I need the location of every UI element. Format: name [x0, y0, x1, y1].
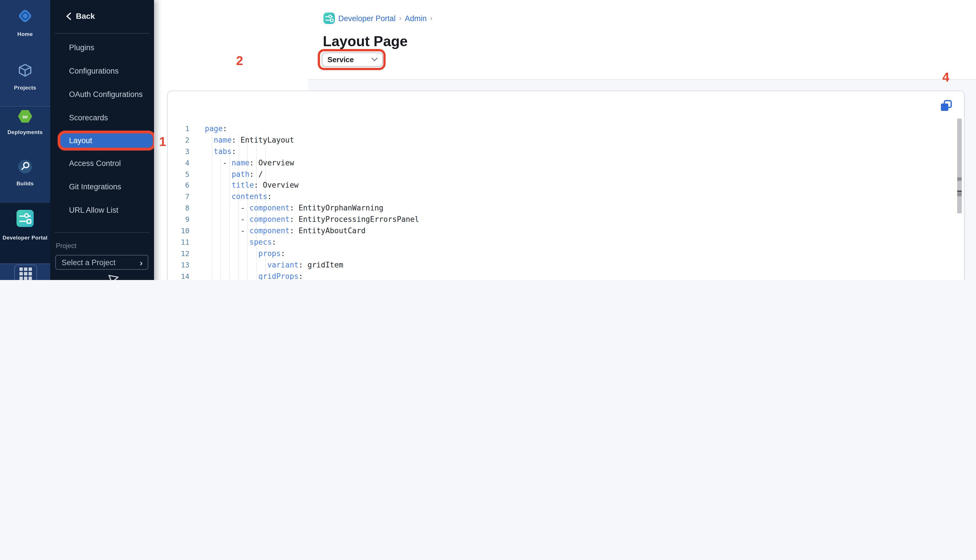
scrollbar-thumb[interactable]	[957, 118, 962, 213]
magnifier-circle-icon[interactable]	[17, 158, 33, 177]
page-title: Layout Page	[323, 33, 407, 50]
rail-item-home[interactable]: Home	[0, 31, 50, 37]
code-line: 1page:	[176, 123, 956, 135]
sidebar-item-configurations[interactable]: Configurations	[69, 67, 118, 75]
infinity-hexagon-icon[interactable]: ∞	[18, 110, 33, 123]
entity-type-select[interactable]: Service	[322, 52, 383, 67]
code-line: 12 props:	[176, 248, 956, 260]
doodle-arrow-icon	[107, 274, 136, 280]
sidebar-item-oauth-configurations[interactable]: OAuth Configurations	[69, 90, 143, 99]
code-line: 11 specs:	[176, 237, 956, 248]
rail-item-deployments[interactable]: Deployments	[0, 129, 50, 135]
select-project-button[interactable]: Select a Project ›	[55, 255, 148, 270]
developer-portal-icon	[324, 13, 335, 24]
code-line: 14 gridProps:	[176, 271, 956, 280]
main-content: Developer Portal › Admin › Layout Page S…	[154, 0, 976, 280]
home-icon[interactable]	[17, 8, 33, 26]
yaml-editor-panel[interactable]: 1page:2 name: EntityLayout3 tabs:4 - nam…	[167, 91, 964, 280]
sidebar-item-url-allow-list[interactable]: URL Allow List	[69, 206, 118, 214]
back-button[interactable]: Back	[66, 12, 95, 20]
code-line: 5 path: /	[176, 168, 956, 180]
chevron-right-icon: ›	[140, 257, 143, 267]
code-line: 6 title: Overview	[176, 180, 956, 191]
module-rail: Home Projects ∞ Deployments Builds	[0, 0, 50, 280]
back-label: Back	[76, 12, 95, 20]
rail-item-developer-portal[interactable]: Developer Portal	[0, 234, 50, 241]
copy-button[interactable]	[940, 100, 954, 113]
scrollbar-marker	[957, 177, 962, 181]
code-line: 8 - component: EntityOrphanWarning	[176, 202, 956, 214]
code-line: 2 name: EntityLayout	[176, 135, 956, 146]
sidebar-item-access-control[interactable]: Access Control	[69, 159, 121, 168]
scrollbar-marker	[957, 192, 962, 196]
divider	[55, 33, 149, 33]
admin-sidebar: Back Plugins Configurations OAuth Config…	[50, 0, 154, 280]
code-line: 13 variant: gridItem	[176, 259, 956, 271]
sidebar-item-plugins[interactable]: Plugins	[69, 43, 94, 52]
copy-icon	[940, 100, 953, 112]
sliders-icon[interactable]	[17, 210, 33, 227]
vertical-scrollbar[interactable]	[957, 91, 962, 280]
app-root: Home Projects ∞ Deployments Builds	[0, 0, 976, 280]
code-lines: 1page:2 name: EntityLayout3 tabs:4 - nam…	[176, 123, 956, 280]
breadcrumb-admin[interactable]: Admin	[405, 14, 427, 23]
rail-item-projects[interactable]: Projects	[0, 84, 50, 91]
grid-icon	[19, 267, 32, 280]
divider	[55, 232, 149, 233]
breadcrumb-separator: ›	[399, 14, 401, 22]
module-picker-button[interactable]	[14, 265, 37, 280]
breadcrumb: Developer Portal › Admin ›	[324, 13, 432, 24]
annotation-ring-1	[58, 131, 154, 150]
code-line: 7 contents:	[176, 191, 956, 203]
sidebar-item-scorecards[interactable]: Scorecards	[69, 113, 108, 122]
scrollbar-marker	[957, 190, 962, 192]
code-line: 10 - component: EntityAboutCard	[176, 225, 956, 237]
code-line: 3 tabs:	[176, 146, 956, 157]
breadcrumb-separator: ›	[430, 14, 432, 22]
code-line: 4 - name: Overview	[176, 157, 956, 168]
chevron-left-icon	[66, 12, 71, 20]
cube-icon[interactable]	[17, 63, 33, 80]
breadcrumb-developer-portal[interactable]: Developer Portal	[338, 14, 395, 23]
select-project-label: Select a Project	[62, 258, 140, 267]
project-label: Project	[56, 242, 77, 249]
rail-item-builds[interactable]: Builds	[0, 180, 50, 187]
entity-type-value: Service	[327, 55, 371, 64]
sidebar-item-git-integrations[interactable]: Git Integrations	[69, 182, 121, 191]
chevron-down-icon	[371, 58, 378, 62]
code-line: 9 - component: EntityProcessingErrorsPan…	[176, 214, 956, 225]
